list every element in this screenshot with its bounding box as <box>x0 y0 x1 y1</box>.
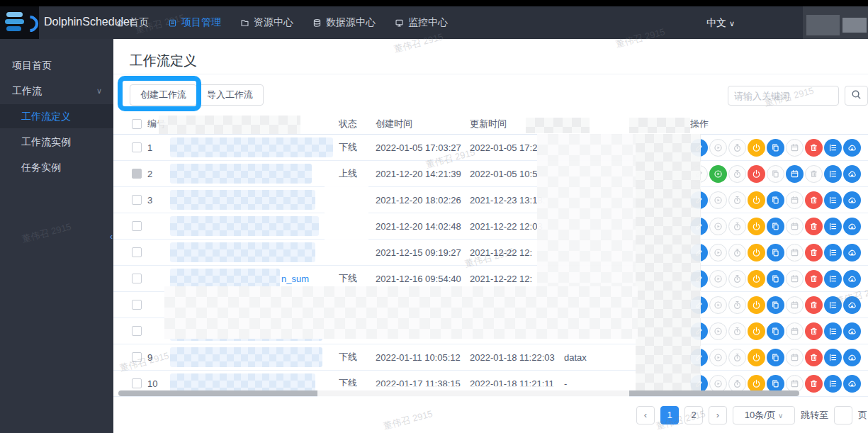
run-button[interactable] <box>709 296 727 314</box>
online-toggle-button[interactable] <box>748 375 765 393</box>
delete-button[interactable] <box>805 322 823 340</box>
timing-button[interactable] <box>728 218 746 235</box>
online-toggle-button[interactable] <box>748 139 765 157</box>
online-toggle-button[interactable] <box>748 191 765 209</box>
nav-item-3[interactable]: 数据源中心 <box>312 16 376 29</box>
page-button-2[interactable]: 2 <box>684 406 703 424</box>
nav-item-1[interactable]: 项目管理 <box>168 16 221 29</box>
delete-button[interactable] <box>805 375 823 393</box>
online-toggle-button[interactable] <box>748 218 765 235</box>
copy-button[interactable] <box>767 270 784 288</box>
run-button[interactable] <box>709 218 727 235</box>
delete-button[interactable] <box>805 349 823 366</box>
export-button[interactable] <box>843 165 861 183</box>
delete-button[interactable] <box>805 244 823 262</box>
export-button[interactable] <box>843 244 861 262</box>
page-size-select[interactable]: 10条/页∨ <box>733 406 795 424</box>
search-button[interactable] <box>845 86 868 106</box>
delete-button[interactable] <box>805 270 823 288</box>
row-checkbox[interactable] <box>132 352 142 362</box>
sidebar-item-workflow-definition[interactable]: 工作流定义 <box>0 104 113 128</box>
row-checkbox[interactable] <box>132 142 142 152</box>
timing-manage-button[interactable] <box>786 191 804 209</box>
delete-button[interactable] <box>805 165 823 183</box>
select-all-checkbox[interactable] <box>132 119 142 129</box>
export-button[interactable] <box>843 375 861 393</box>
online-toggle-button[interactable] <box>748 270 765 288</box>
row-checkbox[interactable] <box>132 274 142 283</box>
online-toggle-button[interactable] <box>748 322 765 340</box>
online-toggle-button[interactable] <box>748 349 765 366</box>
version-button[interactable] <box>824 139 842 157</box>
copy-button[interactable] <box>767 296 784 314</box>
timing-button[interactable] <box>728 139 746 157</box>
dolphinscheduler-logo-icon[interactable] <box>5 11 35 35</box>
run-button[interactable] <box>709 191 727 209</box>
version-button[interactable] <box>824 165 842 183</box>
export-button[interactable] <box>843 191 861 209</box>
search-input[interactable] <box>728 86 839 106</box>
run-button[interactable] <box>709 165 727 183</box>
export-button[interactable] <box>843 218 861 235</box>
row-checkbox[interactable] <box>132 326 142 336</box>
copy-button[interactable] <box>767 375 784 393</box>
timing-button[interactable] <box>728 244 746 262</box>
timing-manage-button[interactable] <box>786 165 804 183</box>
online-toggle-button[interactable] <box>748 296 765 314</box>
timing-button[interactable] <box>728 375 746 393</box>
online-toggle-button[interactable] <box>748 165 765 183</box>
page-button-1[interactable]: 1 <box>660 406 679 424</box>
timing-button[interactable] <box>728 191 746 209</box>
import-workflow-button[interactable]: 导入工作流 <box>196 84 264 106</box>
run-button[interactable] <box>709 270 727 288</box>
row-checkbox[interactable] <box>132 221 142 231</box>
copy-button[interactable] <box>767 139 784 157</box>
row-name-link[interactable]: n_sum <box>281 274 309 284</box>
sidebar-item-workflow-instance[interactable]: 工作流实例 <box>0 130 113 154</box>
export-button[interactable] <box>843 139 861 157</box>
delete-button[interactable] <box>805 218 823 235</box>
sidebar-item-workflow[interactable]: 工作流 ∨ <box>0 79 113 103</box>
delete-button[interactable] <box>805 139 823 157</box>
copy-button[interactable] <box>767 218 784 235</box>
timing-button[interactable] <box>728 322 746 340</box>
timing-manage-button[interactable] <box>786 244 804 262</box>
copy-button[interactable] <box>767 191 784 209</box>
timing-button[interactable] <box>728 270 746 288</box>
row-checkbox[interactable] <box>132 195 142 205</box>
export-button[interactable] <box>843 349 861 366</box>
copy-button[interactable] <box>767 349 784 366</box>
run-button[interactable] <box>709 139 727 157</box>
jump-to-page-input[interactable] <box>834 406 852 424</box>
nav-item-0[interactable]: 首页 <box>115 16 149 29</box>
timing-manage-button[interactable] <box>786 322 804 340</box>
timing-manage-button[interactable] <box>786 349 804 366</box>
copy-button[interactable] <box>767 322 784 340</box>
run-button[interactable] <box>709 244 727 262</box>
version-button[interactable] <box>824 375 842 393</box>
version-button[interactable] <box>824 322 842 340</box>
copy-button[interactable] <box>767 165 784 183</box>
timing-manage-button[interactable] <box>786 296 804 314</box>
sidebar-item-task-instance[interactable]: 任务实例 <box>0 155 113 179</box>
prev-page-button[interactable]: ‹ <box>636 406 655 424</box>
export-button[interactable] <box>843 322 861 340</box>
timing-manage-button[interactable] <box>786 139 804 157</box>
row-checkbox[interactable] <box>132 247 142 257</box>
nav-item-2[interactable]: 资源中心 <box>240 16 293 29</box>
export-button[interactable] <box>843 296 861 314</box>
timing-button[interactable] <box>728 349 746 366</box>
timing-manage-button[interactable] <box>786 218 804 235</box>
timing-button[interactable] <box>728 165 746 183</box>
run-button[interactable] <box>709 322 727 340</box>
language-selector[interactable]: 中文∨ <box>706 17 735 30</box>
export-button[interactable] <box>843 270 861 288</box>
nav-item-4[interactable]: 监控中心 <box>395 16 448 29</box>
delete-button[interactable] <box>805 191 823 209</box>
row-checkbox[interactable] <box>132 300 142 310</box>
run-button[interactable] <box>709 349 727 366</box>
version-button[interactable] <box>824 218 842 235</box>
version-button[interactable] <box>824 270 842 288</box>
version-button[interactable] <box>824 244 842 262</box>
delete-button[interactable] <box>805 296 823 314</box>
